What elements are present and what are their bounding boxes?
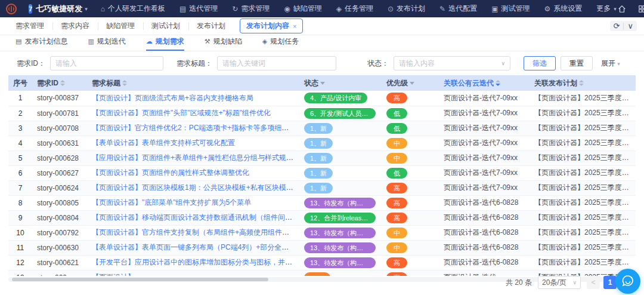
- table-row[interactable]: 10story-000792【页面设计器】官方组件支持复制（布局组件+高频使用组…: [8, 225, 636, 240]
- filter-button[interactable]: 筛选: [524, 56, 556, 70]
- table-row[interactable]: 12story-000621【开发平台】应用设计器中的图标库增加图标分类与图标，…: [8, 255, 636, 270]
- filter-caret-icon[interactable]: [320, 82, 325, 85]
- requirement-title-link[interactable]: 【页面设计器】官方组件支持复制（布局组件+高频使用组件优先）: [92, 228, 299, 236]
- requirement-title-link[interactable]: 【表单设计器】表单页面一键多列布局（PC端4列）+部分全局样式可视化配置: [92, 243, 299, 251]
- subtab-发布计划信息[interactable]: ▤发布计划信息: [16, 36, 67, 51]
- apps-grid-icon[interactable]: [637, 4, 644, 14]
- tab-测试计划[interactable]: 测试计划: [143, 19, 188, 33]
- column-header-状态[interactable]: 状态: [299, 75, 382, 91]
- nav-item-迭代配置[interactable]: ✎迭代配置: [439, 4, 477, 14]
- home-icon[interactable]: [617, 4, 627, 14]
- requirement-title-link[interactable]: 【页面设计】: [92, 273, 135, 276]
- table-row[interactable]: 8story-000805【页面设计器】"底部菜单"组件支持扩展为5个菜单13、…: [8, 195, 636, 210]
- row-priority-cell: 高: [382, 210, 439, 225]
- tab-需求管理[interactable]: 需求管理: [7, 19, 52, 33]
- nav-item-个人研发工作看板[interactable]: ⌂个人研发工作看板: [101, 4, 165, 14]
- close-icon[interactable]: ×: [293, 23, 296, 30]
- priority-badge: 高: [386, 198, 407, 208]
- column-header-关联发布计划[interactable]: 关联发布计划: [530, 75, 636, 91]
- requirement-title-link[interactable]: 【表单设计器】表单组件支持样式可视化配置: [92, 139, 235, 147]
- requirement-id-input[interactable]: [50, 56, 163, 70]
- status-select[interactable]: 请输入内容 ∨: [394, 56, 510, 70]
- column-label: 关联公有云迭代: [444, 79, 494, 87]
- tab-发布计划[interactable]: 发布计划: [188, 19, 234, 33]
- requirement-title-link[interactable]: 【页面设计器】页面组件的属性样式整体调整优化: [92, 168, 249, 177]
- reset-button[interactable]: 重置: [561, 56, 593, 70]
- table-row[interactable]: 5story-000628【应用设计器】页面组件+表单组件+属性栏信息分组与样式…: [8, 150, 636, 165]
- refresh-icon[interactable]: ⟳: [614, 22, 620, 30]
- nav-item-label: 迭代管理: [189, 4, 218, 14]
- nav-item-迭代管理[interactable]: ▤迭代管理: [179, 4, 218, 14]
- requirement-title-link[interactable]: 【页面设计器】页面组件"头部"区域规范+"标题"组件优化: [92, 109, 271, 117]
- tabs-actions: ⟳ ∨: [610, 21, 637, 31]
- app-title[interactable]: 七巧敏捷研发: [36, 4, 82, 14]
- nav-item-发布计划[interactable]: ⊙发布计划: [388, 4, 425, 14]
- nav-item-需求管理[interactable]: ↻需求管理: [232, 4, 270, 14]
- sort-icon[interactable]: [122, 80, 127, 86]
- table-row[interactable]: 11story-000630【表单设计器】表单页面一键多列布局（PC端4列）+部…: [8, 240, 636, 255]
- nav-item-更多[interactable]: 更多▾: [596, 4, 617, 14]
- table-row[interactable]: 13story-000【页面设计】 高页面设计器-迭代【页面设计器】2025三季…: [8, 270, 636, 276]
- table-row[interactable]: 6story-000627【页面设计器】页面组件的属性样式整体调整优化1、新低页…: [8, 165, 636, 180]
- wrench-icon: ⚒: [205, 38, 210, 45]
- row-title-cell: 【表单设计器】表单组件支持样式可视化配置: [87, 136, 299, 150]
- column-header-需求ID[interactable]: 需求ID: [32, 75, 87, 91]
- test-icon: ▣: [491, 5, 498, 13]
- subtab-规划迭代[interactable]: ▥规划迭代: [88, 36, 125, 51]
- tab-release-plan-content[interactable]: 发布计划内容 ×: [240, 19, 303, 33]
- tab-需求内容[interactable]: 需求内容: [52, 19, 98, 33]
- sort-icon[interactable]: [579, 80, 584, 86]
- row-id-cell: story-000621: [32, 255, 87, 270]
- chevron-down-icon: ∨: [572, 279, 577, 285]
- customer-service-float-button[interactable]: [615, 269, 640, 294]
- table-row[interactable]: 9story-000804【页面设计器】移动端页面设计器支持数据通讯机制（组件间…: [8, 210, 636, 225]
- requirement-title-input[interactable]: [217, 56, 336, 70]
- app-window: 7 七巧敏捷研发 ▾ ⌂个人研发工作看板▤迭代管理↻需求管理◉缺陷管理◈任务管理…: [0, 0, 644, 295]
- collapse-tabs-icon[interactable]: ∨: [627, 22, 633, 30]
- column-header-关联公有云迭代[interactable]: 关联公有云迭代: [439, 75, 530, 91]
- row-status-cell: 13、待发布（构建测...: [299, 225, 382, 240]
- tab-label: 发布计划内容: [246, 21, 289, 31]
- requirement-title-link[interactable]: 【页面设计器】"底部菜单"组件支持扩展为5个菜单: [92, 198, 251, 207]
- page-size-select[interactable]: 20条/页 ∨: [538, 276, 581, 289]
- requirement-title-link[interactable]: 【应用设计器】页面组件+表单组件+属性栏信息分组与样式规范优化: [92, 153, 299, 162]
- requirement-title-link[interactable]: 【页面设计器】页面区块模板1期：公共区块模板+私有区块模板+第一批官方区块模板.…: [92, 183, 299, 192]
- table-row[interactable]: 1story-000837【页面设计】页面级流式布局+容器内支持栅格布局4、产品…: [8, 91, 636, 106]
- filter-caret-icon[interactable]: [410, 82, 414, 85]
- sort-icon[interactable]: [496, 80, 500, 86]
- table-row[interactable]: 7story-000624【页面设计器】页面区块模板1期：公共区块模板+私有区块…: [8, 180, 636, 195]
- row-release-plan-cell: 【页面设计器】2025三季度发布计划: [530, 106, 636, 121]
- table-row[interactable]: 3story-000708【页面设计】官方组件优化2：PC端选项卡+指标卡等多项…: [8, 121, 636, 136]
- table-row[interactable]: 2story-000781【页面设计器】页面组件"头部"区域规范+"标题"组件优…: [8, 106, 636, 121]
- nav-item-系统设置[interactable]: ⚙系统设置: [544, 4, 583, 14]
- subtab-规划任务[interactable]: ◈规划任务: [262, 36, 299, 51]
- requirement-title-link[interactable]: 【页面设计器】移动端页面设计器支持数据通讯机制（组件间通讯）: [92, 213, 299, 222]
- table-row[interactable]: 4story-000631【表单设计器】表单组件支持样式可视化配置1、新中页面设…: [8, 136, 636, 150]
- status-label: 状态：: [367, 59, 389, 69]
- requirement-title-link[interactable]: 【页面设计】官方组件优化2：PC端选项卡+指标卡等多项细节功能优化: [92, 124, 299, 132]
- column-header-序号[interactable]: 序号: [8, 75, 32, 91]
- column-header-优先级[interactable]: 优先级: [382, 75, 439, 91]
- status-select-placeholder: 请输入内容: [399, 59, 435, 69]
- scrollbar-thumb[interactable]: [12, 278, 268, 281]
- nav-item-测试管理[interactable]: ▣测试管理: [491, 4, 530, 14]
- expand-toggle[interactable]: 展开 ▾: [601, 59, 620, 69]
- subtab-规划需求[interactable]: ☁规划需求: [146, 36, 184, 51]
- row-title-cell: 【页面设计】官方组件优化2：PC端选项卡+指标卡等多项细节功能优化: [87, 121, 299, 136]
- subtab-规划缺陷[interactable]: ⚒规划缺陷: [205, 36, 242, 51]
- priority-badge: 高: [386, 257, 407, 268]
- row-id-cell: story-000781: [32, 106, 87, 121]
- prev-page-button[interactable]: <: [587, 276, 600, 289]
- nav-item-label: 更多: [596, 4, 611, 14]
- requirement-title-link[interactable]: 【页面设计】页面级流式布局+容器内支持栅格布局: [92, 94, 253, 102]
- page-1-button[interactable]: 1: [603, 276, 617, 289]
- task-icon: ◈: [262, 38, 267, 45]
- requirement-title-link[interactable]: 【开发平台】应用设计器中的图标库增加图标分类与图标，并复用于多个功能: [92, 258, 299, 266]
- nav-item-任务管理[interactable]: ◈任务管理: [336, 4, 373, 14]
- sort-desc-icon: [60, 84, 65, 86]
- nav-item-缺陷管理[interactable]: ◉缺陷管理: [284, 4, 321, 14]
- page-size-value: 20条/页: [542, 278, 566, 288]
- tab-缺陷管理[interactable]: 缺陷管理: [98, 19, 143, 33]
- sort-icon[interactable]: [60, 80, 65, 86]
- column-header-需求标题[interactable]: 需求标题: [87, 75, 299, 91]
